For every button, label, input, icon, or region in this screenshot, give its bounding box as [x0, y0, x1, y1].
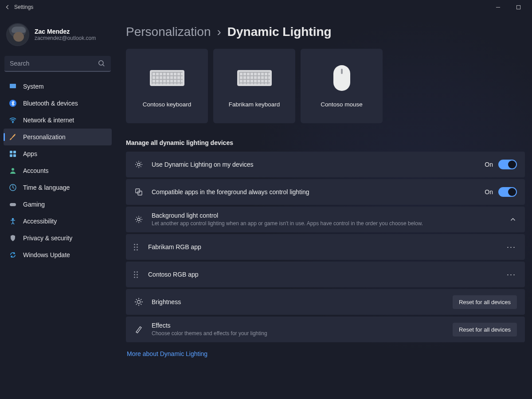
nav-gaming[interactable]: Gaming — [4, 196, 112, 213]
nav-label: Accessibility — [23, 218, 57, 225]
nav-time-language[interactable]: Time & language — [4, 179, 112, 196]
svg-rect-2 — [10, 84, 16, 88]
nav-list: System Bluetooth & devices Network & int… — [3, 78, 113, 263]
search-icon — [98, 59, 106, 67]
svg-rect-0 — [516, 5, 520, 9]
keyboard-icon — [150, 65, 184, 91]
person-icon — [9, 167, 17, 175]
nav-accessibility[interactable]: Accessibility — [4, 213, 112, 230]
apps-icon — [9, 150, 17, 158]
svg-point-1 — [99, 61, 103, 65]
setting-title: Compatible apps in the foreground always… — [152, 188, 477, 196]
nav-personalization[interactable]: Personalization — [4, 129, 112, 145]
avatar — [6, 23, 29, 46]
nav-label: Apps — [23, 150, 37, 157]
nav-accounts[interactable]: Accounts — [4, 162, 112, 179]
search-box[interactable] — [4, 56, 111, 72]
reset-effects-button[interactable]: Reset for all devices — [453, 323, 517, 336]
reset-brightness-button[interactable]: Reset for all devices — [453, 295, 517, 309]
nav-windows-update[interactable]: Windows Update — [4, 246, 112, 263]
update-icon — [9, 251, 17, 259]
device-card-contoso-keyboard[interactable]: Contoso keyboard — [126, 49, 208, 123]
window-title: Settings — [14, 4, 33, 10]
page-title: Dynamic Lighting — [227, 25, 332, 39]
nav-label: Accounts — [23, 167, 49, 174]
more-options-button[interactable]: ··· — [506, 243, 517, 252]
titlebar: Settings — [0, 0, 532, 14]
setting-foreground-apps: Compatible apps in the foreground always… — [126, 179, 525, 205]
setting-title: Use Dynamic Lighting on my devices — [152, 161, 477, 168]
content-pane: Personalization › Dynamic Lighting Conto… — [115, 14, 532, 399]
device-cards: Contoso keyboard Fabrikam keyboard Conto… — [126, 49, 525, 123]
wifi-icon — [9, 116, 17, 124]
svg-rect-11 — [10, 203, 16, 206]
section-title: Manage all dynamic lighting devices — [126, 139, 525, 146]
nav-privacy[interactable]: Privacy & security — [4, 230, 112, 246]
svg-point-12 — [12, 218, 13, 219]
nav-label: Gaming — [23, 201, 45, 208]
svg-rect-7 — [10, 154, 12, 157]
toggle-use-dynamic[interactable] — [498, 160, 517, 169]
svg-point-4 — [12, 122, 13, 123]
light-icon — [134, 160, 144, 169]
minimize-button[interactable] — [488, 0, 508, 14]
toggle-foreground[interactable] — [498, 187, 517, 197]
breadcrumb: Personalization › Dynamic Lighting — [126, 25, 525, 39]
bluetooth-icon — [9, 99, 17, 107]
svg-point-16 — [137, 218, 140, 221]
nav-label: Windows Update — [23, 251, 70, 258]
apps-overlap-icon — [134, 187, 144, 197]
app-order-item[interactable]: Fabrikam RGB app ··· — [126, 234, 525, 260]
setting-background-light-control[interactable]: Background light control Let another app… — [126, 207, 525, 232]
drag-handle-icon[interactable] — [134, 244, 140, 250]
setting-title: Effects — [152, 322, 445, 329]
user-name: Zac Mendez — [35, 28, 96, 35]
device-card-contoso-mouse[interactable]: Contoso mouse — [301, 49, 383, 123]
clock-globe-icon — [9, 184, 17, 192]
nav-network[interactable]: Network & internet — [4, 112, 112, 129]
paintbrush-icon — [9, 133, 17, 141]
keyboard-icon — [237, 65, 272, 91]
nav-label: Personalization — [23, 133, 66, 141]
app-name: Contoso RGB app — [148, 271, 498, 278]
device-card-fabrikam-keyboard[interactable]: Fabrikam keyboard — [213, 49, 295, 123]
mouse-icon — [333, 65, 350, 91]
svg-point-17 — [137, 301, 141, 304]
nav-label: Privacy & security — [23, 235, 72, 242]
chevron-up-icon[interactable] — [509, 215, 517, 223]
svg-rect-5 — [10, 151, 12, 153]
shield-icon — [9, 234, 17, 242]
setting-title: Background light control — [152, 212, 501, 219]
setting-description: Let another app control lighting when an… — [152, 220, 501, 227]
nav-label: Time & language — [23, 184, 70, 191]
user-email: zacmendez@outlook.com — [35, 35, 96, 41]
maximize-button[interactable] — [508, 0, 528, 14]
setting-description: Choose color themes and effects for your… — [152, 330, 445, 337]
drag-handle-icon[interactable] — [134, 271, 140, 278]
device-label: Fabrikam keyboard — [229, 101, 280, 108]
setting-effects: Effects Choose color themes and effects … — [126, 317, 525, 342]
setting-brightness: Brightness Reset for all devices — [126, 289, 525, 315]
toggle-state: On — [485, 161, 493, 168]
toggle-state: On — [485, 188, 493, 196]
nav-bluetooth[interactable]: Bluetooth & devices — [4, 95, 112, 112]
more-about-link[interactable]: More about Dynamic Lighting — [127, 350, 207, 357]
effects-icon — [134, 325, 144, 334]
app-order-item[interactable]: Contoso RGB app ··· — [126, 262, 525, 287]
nav-label: Bluetooth & devices — [23, 100, 78, 107]
accessibility-icon — [9, 217, 17, 225]
settings-list: Use Dynamic Lighting on my devices On Co… — [126, 152, 525, 342]
nav-apps[interactable]: Apps — [4, 145, 112, 162]
more-options-button[interactable]: ··· — [506, 270, 517, 279]
svg-point-13 — [137, 163, 140, 166]
svg-rect-6 — [13, 151, 16, 153]
svg-point-9 — [12, 168, 14, 171]
gamepad-icon — [9, 200, 17, 208]
search-input[interactable] — [10, 60, 98, 67]
nav-system[interactable]: System — [4, 78, 112, 95]
back-button[interactable] — [4, 4, 12, 10]
app-name: Fabrikam RGB app — [148, 243, 498, 250]
nav-label: System — [23, 83, 44, 90]
profile-card[interactable]: Zac Mendez zacmendez@outlook.com — [3, 19, 113, 54]
breadcrumb-parent[interactable]: Personalization — [126, 25, 211, 39]
